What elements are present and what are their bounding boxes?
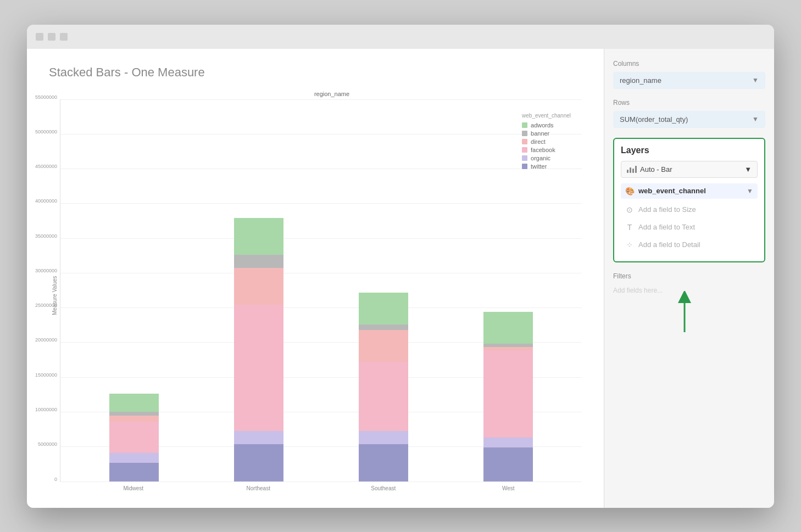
auto-bar-label: Auto - Bar [640, 165, 672, 173]
y-tick-line: 0 [60, 481, 582, 482]
bar2 [630, 167, 631, 173]
bar1 [627, 170, 628, 173]
rows-label: Rows [613, 99, 765, 107]
color-palette-icon: 🎨 [625, 187, 634, 195]
layers-title: Layers [621, 145, 758, 155]
x-axis-label: Southeast [359, 485, 408, 491]
traffic-light-3[interactable] [60, 33, 68, 41]
bar-segment [109, 453, 159, 463]
rows-arrow-icon: ▼ [752, 115, 759, 123]
chart-area: Stacked Bars - One Measure region_name M… [27, 49, 604, 508]
auto-bar-icon-group: Auto - Bar [627, 165, 672, 173]
bar-chart-icon [627, 165, 637, 173]
columns-section: Columns region_name ▼ [613, 60, 765, 89]
layers-box: Layers Auto - Bar ▼ [613, 138, 765, 262]
bar-segment [359, 431, 408, 444]
bar-column [359, 293, 408, 481]
bar3 [632, 169, 634, 173]
text-icon: T [625, 223, 634, 232]
bar-column [109, 394, 159, 481]
bar-segment [109, 416, 159, 422]
bar-segment [234, 431, 283, 444]
titlebar [27, 25, 774, 49]
traffic-light-1[interactable] [36, 33, 43, 41]
color-field-arrow-icon: ▼ [747, 187, 753, 195]
bar-segment [359, 444, 408, 481]
bar-segment [359, 362, 408, 431]
bar-segment [234, 305, 283, 431]
detail-icon: ⁘ [625, 240, 634, 249]
bar-segment [483, 350, 533, 438]
columns-arrow-icon: ▼ [752, 76, 759, 84]
bar-segment [483, 438, 533, 447]
bar-column [483, 312, 533, 481]
filters-label: Filters [613, 272, 765, 280]
size-icon: ⊙ [625, 205, 634, 214]
chart-plot: 5500000050000000450000004000000035000000… [60, 99, 582, 482]
green-arrow-annotation [668, 291, 701, 335]
add-size-row[interactable]: ⊙ Add a field to Size [621, 202, 758, 217]
right-panel: Columns region_name ▼ Rows SUM(order_tot… [604, 49, 774, 508]
x-axis: MidwestNortheastSoutheastWest [60, 482, 582, 491]
add-detail-label: Add a field to Detail [638, 240, 700, 249]
auto-bar-dropdown[interactable]: Auto - Bar ▼ [621, 161, 758, 178]
x-axis-label: Northeast [233, 485, 283, 491]
bar-segment [109, 394, 159, 412]
chart-inner: Measure Values 5500000050000000450000004… [49, 99, 582, 491]
stacked-bar [109, 394, 159, 481]
columns-label: Columns [613, 60, 765, 68]
bar-segment [234, 444, 283, 481]
chart-wrapper: region_name Measure Values 5500000050000… [49, 91, 582, 491]
x-axis-label: Midwest [109, 485, 158, 491]
color-field-row[interactable]: 🎨 web_event_channel ▼ [621, 183, 758, 199]
bar-segment [483, 447, 533, 481]
bar-segment [109, 463, 159, 481]
bar-segment [109, 422, 159, 453]
add-detail-row[interactable]: ⁘ Add a field to Detail [621, 237, 758, 253]
main-content: Stacked Bars - One Measure region_name M… [27, 49, 774, 508]
x-axis-label: West [483, 485, 533, 491]
chart-title: Stacked Bars - One Measure [49, 65, 582, 80]
rows-section: Rows SUM(order_total_qty) ▼ [613, 99, 765, 128]
chart-body: 5500000050000000450000004000000035000000… [60, 99, 582, 491]
add-text-row[interactable]: T Add a field to Text [621, 220, 758, 235]
traffic-light-2[interactable] [48, 33, 55, 41]
arrow-annotation-container [613, 302, 765, 335]
bar-segment [483, 312, 533, 344]
add-text-label: Add a field to Text [638, 223, 695, 231]
stacked-bar [483, 312, 533, 481]
add-size-label: Add a field to Size [638, 205, 696, 214]
bar-segment [234, 268, 283, 305]
color-field-value: web_event_channel [638, 187, 742, 195]
stacked-bar [234, 218, 283, 481]
y-tick-label: 55000000 [35, 94, 60, 100]
rows-dropdown[interactable]: SUM(order_total_qty) ▼ [613, 111, 765, 128]
bar-segment [234, 218, 283, 255]
bar-segment [359, 330, 408, 362]
bar-segment [359, 293, 408, 324]
bar-column [234, 218, 283, 481]
main-window: Stacked Bars - One Measure region_name M… [27, 25, 774, 508]
columns-value: region_name [620, 76, 661, 85]
y-axis-label: Measure Values [49, 99, 60, 491]
rows-value: SUM(order_total_qty) [620, 115, 688, 124]
auto-bar-arrow-icon: ▼ [744, 165, 752, 173]
bar-segment [359, 324, 408, 330]
stacked-bar [359, 293, 408, 481]
columns-dropdown[interactable]: region_name ▼ [613, 72, 765, 89]
bars-group [60, 99, 582, 481]
x-axis-title: region_name [82, 91, 582, 97]
bar4 [635, 166, 637, 173]
bar-segment [234, 255, 283, 268]
